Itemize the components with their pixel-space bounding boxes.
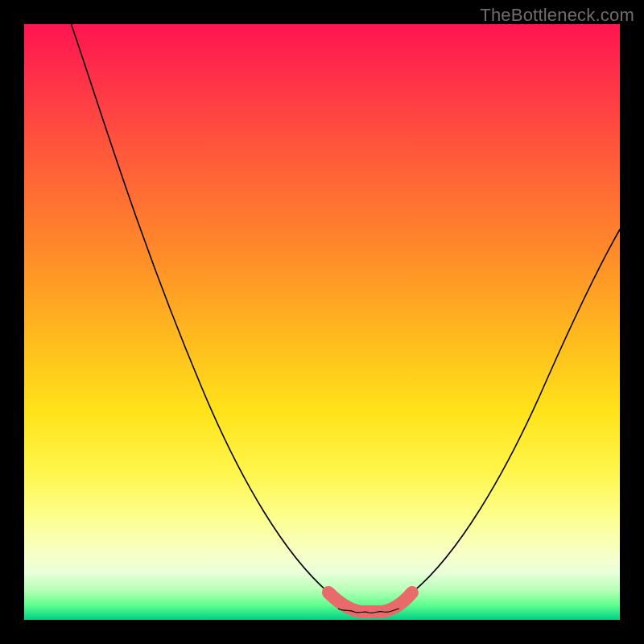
trough-highlight	[328, 592, 412, 612]
watermark-text: TheBottleneck.com	[480, 5, 634, 26]
plot-area	[24, 24, 620, 620]
chart-frame: TheBottleneck.com	[0, 0, 644, 644]
curve-svg	[24, 24, 620, 620]
curve-left-arm	[68, 16, 328, 592]
curve-right-arm	[412, 229, 620, 592]
